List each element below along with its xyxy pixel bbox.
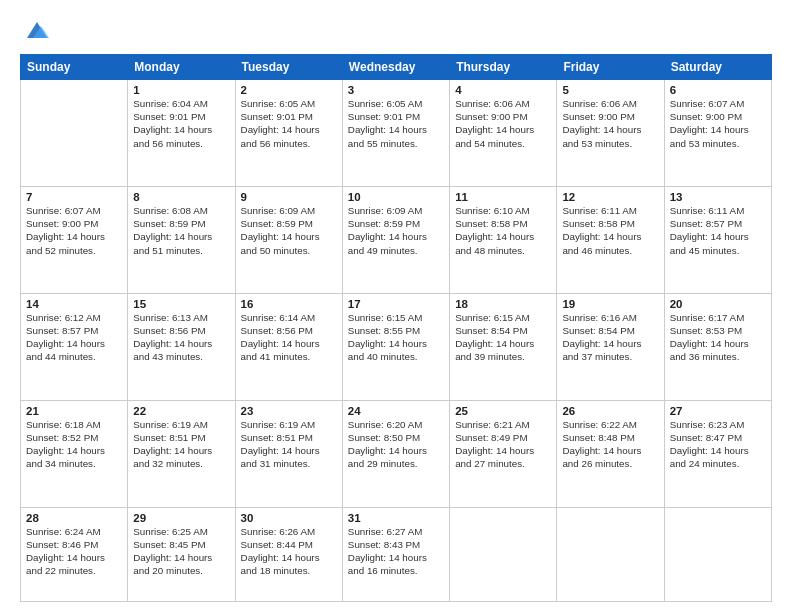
day-number: 9 (241, 191, 337, 203)
day-info: Sunrise: 6:17 AM Sunset: 8:53 PM Dayligh… (670, 311, 766, 364)
calendar-cell: 13Sunrise: 6:11 AM Sunset: 8:57 PM Dayli… (664, 186, 771, 293)
calendar-cell: 20Sunrise: 6:17 AM Sunset: 8:53 PM Dayli… (664, 293, 771, 400)
calendar-cell: 11Sunrise: 6:10 AM Sunset: 8:58 PM Dayli… (450, 186, 557, 293)
day-info: Sunrise: 6:26 AM Sunset: 8:44 PM Dayligh… (241, 525, 337, 578)
weekday-header-thursday: Thursday (450, 55, 557, 80)
day-info: Sunrise: 6:13 AM Sunset: 8:56 PM Dayligh… (133, 311, 229, 364)
day-info: Sunrise: 6:08 AM Sunset: 8:59 PM Dayligh… (133, 204, 229, 257)
weekday-header-wednesday: Wednesday (342, 55, 449, 80)
calendar-week-5: 28Sunrise: 6:24 AM Sunset: 8:46 PM Dayli… (21, 507, 772, 601)
calendar-cell (450, 507, 557, 601)
calendar-cell: 3Sunrise: 6:05 AM Sunset: 9:01 PM Daylig… (342, 80, 449, 187)
day-info: Sunrise: 6:07 AM Sunset: 9:00 PM Dayligh… (26, 204, 122, 257)
calendar-cell: 26Sunrise: 6:22 AM Sunset: 8:48 PM Dayli… (557, 400, 664, 507)
day-number: 11 (455, 191, 551, 203)
logo-icon (23, 16, 51, 44)
day-info: Sunrise: 6:11 AM Sunset: 8:57 PM Dayligh… (670, 204, 766, 257)
calendar-cell: 19Sunrise: 6:16 AM Sunset: 8:54 PM Dayli… (557, 293, 664, 400)
calendar-cell: 12Sunrise: 6:11 AM Sunset: 8:58 PM Dayli… (557, 186, 664, 293)
day-info: Sunrise: 6:27 AM Sunset: 8:43 PM Dayligh… (348, 525, 444, 578)
day-number: 13 (670, 191, 766, 203)
day-info: Sunrise: 6:14 AM Sunset: 8:56 PM Dayligh… (241, 311, 337, 364)
calendar-cell: 22Sunrise: 6:19 AM Sunset: 8:51 PM Dayli… (128, 400, 235, 507)
day-info: Sunrise: 6:24 AM Sunset: 8:46 PM Dayligh… (26, 525, 122, 578)
calendar-table: SundayMondayTuesdayWednesdayThursdayFrid… (20, 54, 772, 602)
day-number: 7 (26, 191, 122, 203)
calendar-cell: 25Sunrise: 6:21 AM Sunset: 8:49 PM Dayli… (450, 400, 557, 507)
calendar-cell: 5Sunrise: 6:06 AM Sunset: 9:00 PM Daylig… (557, 80, 664, 187)
logo (20, 16, 51, 44)
day-number: 23 (241, 405, 337, 417)
day-number: 2 (241, 84, 337, 96)
calendar-cell: 9Sunrise: 6:09 AM Sunset: 8:59 PM Daylig… (235, 186, 342, 293)
calendar-cell: 16Sunrise: 6:14 AM Sunset: 8:56 PM Dayli… (235, 293, 342, 400)
weekday-header-friday: Friday (557, 55, 664, 80)
day-info: Sunrise: 6:18 AM Sunset: 8:52 PM Dayligh… (26, 418, 122, 471)
calendar-cell: 23Sunrise: 6:19 AM Sunset: 8:51 PM Dayli… (235, 400, 342, 507)
day-info: Sunrise: 6:05 AM Sunset: 9:01 PM Dayligh… (348, 97, 444, 150)
weekday-header-sunday: Sunday (21, 55, 128, 80)
day-number: 5 (562, 84, 658, 96)
calendar-cell: 1Sunrise: 6:04 AM Sunset: 9:01 PM Daylig… (128, 80, 235, 187)
header (20, 16, 772, 44)
day-number: 14 (26, 298, 122, 310)
day-info: Sunrise: 6:19 AM Sunset: 8:51 PM Dayligh… (241, 418, 337, 471)
day-number: 12 (562, 191, 658, 203)
day-number: 29 (133, 512, 229, 524)
calendar-cell: 18Sunrise: 6:15 AM Sunset: 8:54 PM Dayli… (450, 293, 557, 400)
calendar-week-2: 7Sunrise: 6:07 AM Sunset: 9:00 PM Daylig… (21, 186, 772, 293)
day-info: Sunrise: 6:23 AM Sunset: 8:47 PM Dayligh… (670, 418, 766, 471)
calendar-cell: 6Sunrise: 6:07 AM Sunset: 9:00 PM Daylig… (664, 80, 771, 187)
calendar-cell (21, 80, 128, 187)
day-number: 22 (133, 405, 229, 417)
day-info: Sunrise: 6:06 AM Sunset: 9:00 PM Dayligh… (455, 97, 551, 150)
day-number: 21 (26, 405, 122, 417)
day-number: 10 (348, 191, 444, 203)
calendar-week-1: 1Sunrise: 6:04 AM Sunset: 9:01 PM Daylig… (21, 80, 772, 187)
day-info: Sunrise: 6:05 AM Sunset: 9:01 PM Dayligh… (241, 97, 337, 150)
calendar-cell: 30Sunrise: 6:26 AM Sunset: 8:44 PM Dayli… (235, 507, 342, 601)
page: SundayMondayTuesdayWednesdayThursdayFrid… (0, 0, 792, 612)
day-info: Sunrise: 6:07 AM Sunset: 9:00 PM Dayligh… (670, 97, 766, 150)
day-number: 30 (241, 512, 337, 524)
day-number: 26 (562, 405, 658, 417)
calendar-cell: 4Sunrise: 6:06 AM Sunset: 9:00 PM Daylig… (450, 80, 557, 187)
day-info: Sunrise: 6:15 AM Sunset: 8:54 PM Dayligh… (455, 311, 551, 364)
day-info: Sunrise: 6:16 AM Sunset: 8:54 PM Dayligh… (562, 311, 658, 364)
day-info: Sunrise: 6:25 AM Sunset: 8:45 PM Dayligh… (133, 525, 229, 578)
day-number: 20 (670, 298, 766, 310)
day-number: 17 (348, 298, 444, 310)
calendar-cell: 21Sunrise: 6:18 AM Sunset: 8:52 PM Dayli… (21, 400, 128, 507)
day-number: 18 (455, 298, 551, 310)
day-number: 8 (133, 191, 229, 203)
day-number: 16 (241, 298, 337, 310)
day-info: Sunrise: 6:19 AM Sunset: 8:51 PM Dayligh… (133, 418, 229, 471)
weekday-header-monday: Monday (128, 55, 235, 80)
calendar-cell: 8Sunrise: 6:08 AM Sunset: 8:59 PM Daylig… (128, 186, 235, 293)
calendar-week-3: 14Sunrise: 6:12 AM Sunset: 8:57 PM Dayli… (21, 293, 772, 400)
day-info: Sunrise: 6:04 AM Sunset: 9:01 PM Dayligh… (133, 97, 229, 150)
weekday-header-row: SundayMondayTuesdayWednesdayThursdayFrid… (21, 55, 772, 80)
calendar-cell: 14Sunrise: 6:12 AM Sunset: 8:57 PM Dayli… (21, 293, 128, 400)
day-info: Sunrise: 6:09 AM Sunset: 8:59 PM Dayligh… (348, 204, 444, 257)
day-number: 24 (348, 405, 444, 417)
calendar-cell: 7Sunrise: 6:07 AM Sunset: 9:00 PM Daylig… (21, 186, 128, 293)
calendar-cell: 17Sunrise: 6:15 AM Sunset: 8:55 PM Dayli… (342, 293, 449, 400)
day-number: 4 (455, 84, 551, 96)
day-number: 28 (26, 512, 122, 524)
day-number: 3 (348, 84, 444, 96)
calendar-cell (664, 507, 771, 601)
calendar-cell: 29Sunrise: 6:25 AM Sunset: 8:45 PM Dayli… (128, 507, 235, 601)
day-number: 19 (562, 298, 658, 310)
calendar-cell: 24Sunrise: 6:20 AM Sunset: 8:50 PM Dayli… (342, 400, 449, 507)
calendar-week-4: 21Sunrise: 6:18 AM Sunset: 8:52 PM Dayli… (21, 400, 772, 507)
day-number: 1 (133, 84, 229, 96)
calendar-cell (557, 507, 664, 601)
day-number: 6 (670, 84, 766, 96)
day-number: 15 (133, 298, 229, 310)
calendar-cell: 28Sunrise: 6:24 AM Sunset: 8:46 PM Dayli… (21, 507, 128, 601)
day-number: 31 (348, 512, 444, 524)
calendar-cell: 27Sunrise: 6:23 AM Sunset: 8:47 PM Dayli… (664, 400, 771, 507)
day-info: Sunrise: 6:11 AM Sunset: 8:58 PM Dayligh… (562, 204, 658, 257)
weekday-header-saturday: Saturday (664, 55, 771, 80)
